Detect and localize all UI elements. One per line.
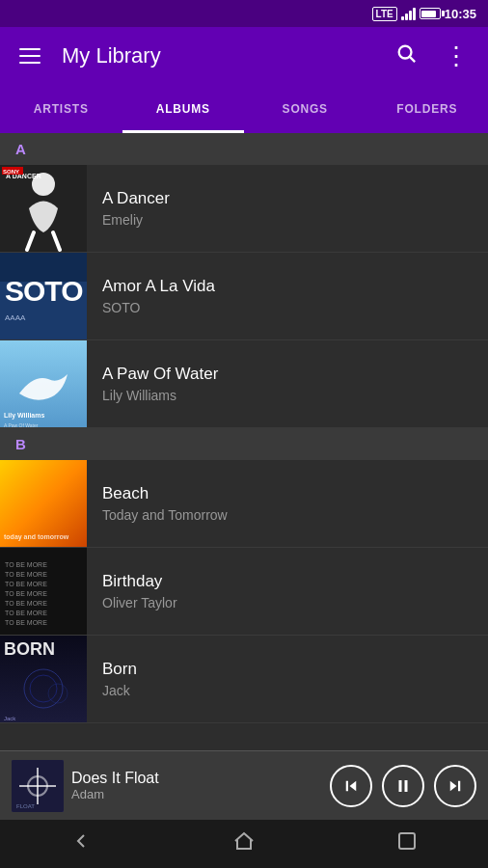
album-art-dancer: A DANCER SONY (0, 165, 87, 252)
svg-line-1 (410, 57, 415, 62)
tab-songs[interactable]: SONGS (244, 85, 366, 133)
tab-artists[interactable]: ARTISTS (0, 85, 122, 133)
signal-icon (401, 7, 416, 20)
player-controls (330, 765, 476, 807)
svg-rect-40 (458, 780, 460, 791)
album-artist: SOTO (102, 300, 473, 315)
album-artist: Lily Williams (102, 388, 473, 403)
list-item[interactable]: today and tomorrow Beach Today and Tomor… (0, 460, 488, 548)
album-artist: Today and Tomorrow (102, 507, 473, 523)
list-item[interactable]: BORN Jack Born Jack (0, 636, 488, 723)
album-art-beach: today and tomorrow (0, 460, 87, 547)
tab-folders[interactable]: FOLDERS (366, 85, 489, 133)
album-title: Amor A La Vida (102, 277, 473, 296)
svg-marker-35 (350, 780, 357, 791)
album-title: A Dancer (102, 189, 473, 208)
now-playing-info: Does It Float Adam (71, 770, 322, 801)
album-info: Beach Today and Tomorrow (87, 484, 488, 523)
album-artist: Oliver Taylor (102, 595, 473, 610)
album-info: Born Jack (87, 660, 488, 698)
back-button[interactable] (62, 822, 100, 866)
now-playing-artist: Adam (71, 787, 322, 801)
album-title: Beach (102, 484, 473, 503)
list-item[interactable]: TO BE MORE TO BE MORE TO BE MORE TO BE M… (0, 548, 488, 636)
album-art-soto: SOTO AAAA (0, 253, 87, 339)
menu-button[interactable] (14, 42, 46, 69)
battery-icon (420, 8, 441, 19)
album-art-paw: Lily Williams A Paw Of Water (0, 340, 87, 427)
album-title: Birthday (102, 572, 473, 591)
tab-bar: ARTISTS ALBUMS SONGS FOLDERS (0, 85, 488, 133)
svg-rect-37 (399, 780, 402, 792)
svg-text:TO BE MORE: TO BE MORE (5, 590, 47, 597)
page-title: My Library (62, 43, 374, 68)
list-item[interactable]: A DANCER SONY A Dancer Emeliy (0, 165, 488, 253)
svg-rect-41 (399, 833, 415, 849)
album-info: A Paw Of Water Lily Williams (87, 365, 488, 403)
svg-text:SONY: SONY (3, 169, 19, 175)
now-playing-title: Does It Float (71, 770, 322, 787)
svg-rect-36 (346, 780, 348, 791)
lte-icon: LTE (372, 7, 397, 21)
album-title: Born (102, 660, 473, 679)
svg-text:TO BE MORE: TO BE MORE (5, 610, 47, 616)
svg-text:TO BE MORE: TO BE MORE (5, 600, 47, 607)
album-info: A Dancer Emeliy (87, 189, 488, 228)
svg-text:Jack: Jack (4, 716, 16, 721)
status-icons: LTE 10:35 (372, 7, 476, 21)
section-header-b: B (0, 428, 488, 460)
next-button[interactable] (434, 765, 476, 807)
svg-text:TO BE MORE: TO BE MORE (5, 571, 47, 578)
home-button[interactable] (225, 822, 263, 866)
list-item[interactable]: Lily Williams A Paw Of Water A Paw Of Wa… (0, 340, 488, 428)
svg-rect-10 (0, 253, 87, 282)
svg-text:FLOAT: FLOAT (16, 803, 35, 809)
svg-text:TO BE MORE: TO BE MORE (5, 561, 47, 568)
svg-text:AAAA: AAAA (5, 313, 26, 322)
svg-point-0 (399, 46, 412, 59)
svg-text:A Paw Of Water: A Paw Of Water (4, 422, 39, 427)
svg-text:BORN: BORN (4, 639, 55, 659)
more-options-button[interactable]: ⋮ (438, 38, 474, 74)
svg-text:TO BE MORE: TO BE MORE (5, 581, 47, 587)
bottom-nav (0, 820, 488, 868)
toolbar: My Library ⋮ (0, 27, 488, 85)
search-button[interactable] (390, 37, 422, 75)
svg-text:TO BE MORE: TO BE MORE (5, 619, 47, 626)
pause-button[interactable] (382, 765, 424, 807)
album-info: Birthday Oliver Taylor (87, 572, 488, 610)
svg-text:Lily Williams: Lily Williams (4, 412, 44, 420)
album-artist: Emeliy (102, 212, 473, 228)
status-bar: LTE 10:35 (0, 0, 488, 27)
now-playing-art: FLOAT (12, 760, 64, 812)
album-info: Amor A La Vida SOTO (87, 277, 488, 315)
recents-button[interactable] (388, 822, 426, 866)
album-title: A Paw Of Water (102, 365, 473, 384)
tab-albums[interactable]: ALBUMS (122, 85, 245, 133)
list-item[interactable]: SOTO AAAA Amor A La Vida SOTO (0, 253, 488, 340)
section-header-a: A (0, 133, 488, 165)
svg-marker-39 (450, 780, 457, 791)
prev-button[interactable] (330, 765, 372, 807)
now-playing-bar: FLOAT Does It Float Adam (0, 750, 488, 820)
album-list: A A DANCER SONY A Dancer Emeliy SOTO (0, 133, 488, 750)
album-artist: Jack (102, 683, 473, 698)
album-art-born: BORN Jack (0, 636, 87, 722)
svg-text:today and tomorrow: today and tomorrow (4, 533, 69, 541)
svg-rect-38 (405, 780, 408, 792)
album-art-birthday: TO BE MORE TO BE MORE TO BE MORE TO BE M… (0, 548, 87, 635)
time-display: 10:35 (445, 7, 476, 21)
